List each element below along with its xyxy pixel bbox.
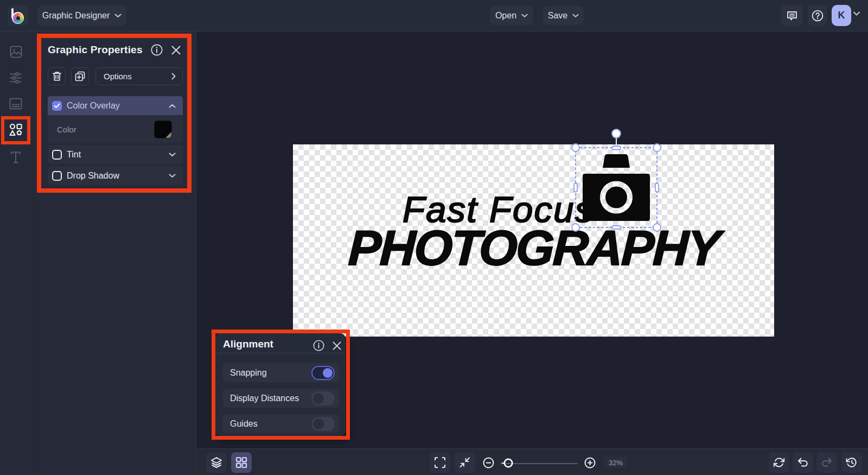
design-canvas[interactable]: Fast Focus PHOTOGRAPHY — [293, 144, 774, 337]
chevron-up-icon — [169, 104, 176, 108]
zoom-slider-handle[interactable] — [502, 458, 514, 468]
account-chevron-down-icon[interactable] — [853, 11, 860, 16]
drop-shadow-checkbox[interactable] — [52, 171, 62, 181]
info-button[interactable] — [313, 340, 324, 351]
fullscreen-icon — [434, 457, 446, 468]
delete-graphic-button[interactable] — [48, 67, 66, 85]
grid-icon — [235, 457, 247, 468]
open-label: Open — [495, 11, 516, 21]
guides-label: Guides — [230, 419, 258, 429]
befunky-logo-button[interactable] — [8, 5, 28, 26]
expand-section-control[interactable] — [169, 153, 176, 157]
logo-text-photography[interactable]: PHOTOGRAPHY — [347, 220, 720, 276]
options-button[interactable]: Options — [95, 67, 183, 85]
top-bar: Graphic Designer Open Save — [0, 0, 868, 31]
open-button[interactable]: Open — [490, 6, 533, 25]
alignment-panel: Alignment Snapping Display Distances Gui… — [215, 333, 346, 436]
color-setting-row: Color — [48, 115, 183, 143]
color-overlay-row[interactable]: Color Overlay — [48, 96, 183, 115]
close-panel-button[interactable] — [332, 341, 342, 351]
shapes-icon — [9, 123, 22, 136]
resize-handle-sw[interactable] — [572, 224, 579, 231]
selection-box — [576, 148, 657, 227]
zoom-in-button[interactable] — [579, 452, 600, 473]
sidebar-item-graphics[interactable] — [0, 117, 31, 143]
resize-handle-s[interactable] — [612, 226, 621, 229]
resize-handle-n[interactable] — [612, 147, 621, 150]
display-distances-row: Display Distances — [223, 389, 339, 408]
resize-handle-e[interactable] — [655, 183, 659, 192]
save-button[interactable]: Save — [543, 6, 584, 25]
snapping-row: Snapping — [223, 363, 339, 382]
save-label: Save — [548, 11, 567, 21]
close-panel-button[interactable] — [171, 45, 181, 55]
expand-section-control[interactable] — [169, 174, 176, 178]
avatar-initial: K — [838, 10, 845, 21]
display-distances-label: Display Distances — [230, 394, 299, 403]
snapping-toggle[interactable] — [311, 366, 335, 380]
befunky-logo-icon — [8, 5, 28, 26]
chevron-down-icon — [169, 153, 176, 157]
app-mode-menu[interactable]: Graphic Designer — [37, 5, 126, 26]
options-label: Options — [104, 72, 132, 81]
drop-shadow-label: Drop Shadow — [67, 171, 119, 181]
image-icon — [10, 46, 22, 58]
tint-row[interactable]: Tint — [48, 145, 183, 164]
left-toolbar — [0, 31, 31, 475]
undo-button[interactable] — [793, 452, 813, 473]
redo-button[interactable] — [816, 452, 837, 473]
zoom-out-button[interactable] — [478, 452, 499, 473]
resize-handle-nw[interactable] — [572, 144, 579, 151]
close-icon — [171, 45, 181, 55]
duplicate-icon — [75, 71, 85, 81]
resize-handle-w[interactable] — [574, 183, 577, 192]
zoom-out-icon — [483, 457, 494, 468]
guides-toggle[interactable] — [311, 417, 335, 431]
history-button[interactable] — [841, 452, 862, 473]
color-swatch[interactable] — [154, 121, 172, 138]
guides-row: Guides — [223, 414, 339, 433]
trash-icon — [52, 71, 62, 81]
zoom-level-badge: 32% — [604, 457, 627, 468]
resize-handle-se[interactable] — [653, 224, 661, 231]
color-overlay-checkbox[interactable] — [52, 101, 62, 111]
info-button[interactable] — [151, 44, 163, 56]
toggle-knob — [313, 419, 324, 429]
display-distances-toggle[interactable] — [311, 391, 335, 406]
sidebar-item-templates[interactable] — [0, 91, 31, 117]
divider — [215, 353, 346, 353]
tint-checkbox[interactable] — [52, 150, 62, 160]
chevron-down-icon — [169, 174, 176, 178]
reset-button[interactable] — [769, 452, 789, 473]
adjustments-icon — [9, 72, 22, 84]
toggle-knob — [323, 368, 333, 378]
sidebar-item-image-manager[interactable] — [0, 39, 31, 65]
close-icon — [332, 341, 342, 351]
fit-to-screen-button[interactable] — [455, 452, 475, 473]
rotate-handle[interactable] — [612, 130, 621, 138]
sidebar-item-text[interactable] — [0, 144, 31, 170]
pages-button[interactable] — [231, 452, 252, 473]
snapping-label: Snapping — [230, 368, 267, 378]
layers-button[interactable] — [206, 452, 227, 473]
avatar[interactable]: K — [832, 5, 851, 26]
check-icon — [54, 103, 60, 109]
duplicate-graphic-button[interactable] — [71, 67, 89, 85]
redo-icon — [821, 457, 833, 468]
chevron-down-icon — [114, 14, 122, 18]
drop-shadow-row[interactable]: Drop Shadow — [48, 166, 183, 185]
swatch-fold-corner — [165, 131, 172, 138]
help-button[interactable] — [808, 5, 827, 26]
resize-handle-ne[interactable] — [653, 144, 661, 151]
history-icon — [846, 457, 858, 468]
undo-icon — [797, 457, 809, 468]
feedback-button[interactable] — [781, 5, 803, 26]
sidebar-item-edit[interactable] — [0, 65, 31, 91]
zoom-in-icon — [584, 457, 596, 468]
collapse-section-control[interactable] — [169, 104, 176, 108]
app-mode-label: Graphic Designer — [42, 11, 110, 21]
templates-icon — [9, 98, 22, 110]
fit-screen-icon — [459, 457, 471, 468]
fullscreen-button[interactable] — [430, 452, 450, 473]
panel-title: Graphic Properties — [48, 44, 143, 56]
